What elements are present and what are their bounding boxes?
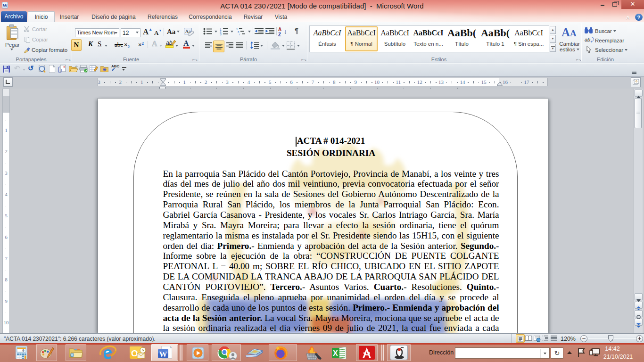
svg-text:W: W	[159, 350, 167, 359]
svg-text:i: i	[239, 33, 239, 36]
svg-text:0: 0	[22, 348, 25, 353]
svg-text:X: X	[333, 349, 338, 357]
svg-text:✳: ✳	[103, 67, 107, 72]
svg-text:3: 3	[220, 33, 222, 36]
